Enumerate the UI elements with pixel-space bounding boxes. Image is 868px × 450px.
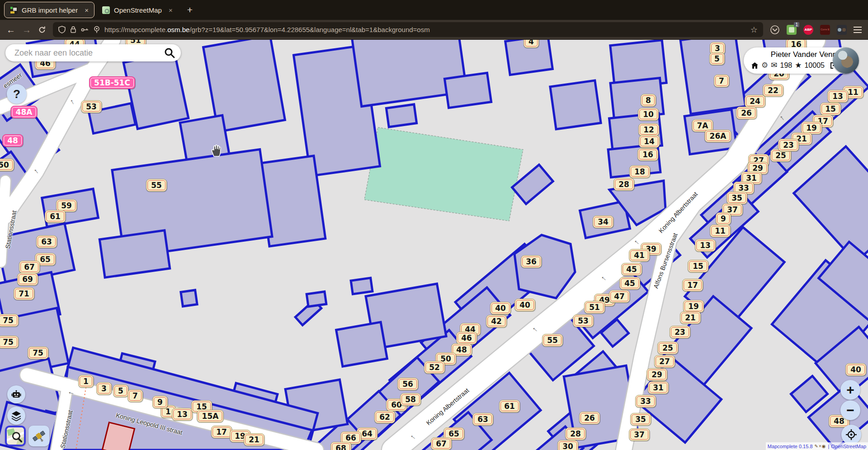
pocket-icon[interactable]: [770, 25, 780, 35]
house-number-badge[interactable]: 45: [619, 277, 640, 290]
house-number-badge[interactable]: 5: [709, 52, 725, 65]
zoom-out-button[interactable]: −: [840, 400, 860, 420]
house-number-badge[interactable]: 30: [557, 440, 578, 450]
consent-extension-icon[interactable]: Cons E: [820, 25, 830, 35]
close-tab-icon[interactable]: ×: [169, 6, 173, 14]
reload-button[interactable]: [38, 26, 46, 34]
house-number-badge[interactable]: 28: [565, 427, 586, 440]
house-number-badge[interactable]: 63: [472, 413, 493, 426]
attribution-icons[interactable]: ✎×◉: [815, 444, 826, 449]
bookmark-star-icon[interactable]: ☆: [750, 25, 758, 35]
house-number-badge[interactable]: 17: [211, 426, 232, 438]
close-tab-icon[interactable]: ×: [85, 6, 89, 14]
house-number-badge[interactable]: 46: [456, 332, 477, 344]
extension-icon[interactable]: 1: [787, 25, 797, 35]
house-number-badge[interactable]: 68: [330, 442, 351, 450]
settings-gear-icon[interactable]: ⚙: [761, 61, 768, 70]
menu-hamburger-icon[interactable]: [854, 27, 862, 33]
house-number-badge[interactable]: 27: [654, 355, 675, 368]
house-number-badge[interactable]: 7: [714, 75, 729, 87]
home-icon[interactable]: [751, 62, 759, 69]
messages-envelope-icon[interactable]: ✉: [771, 61, 777, 70]
house-number-badge[interactable]: 29: [646, 368, 667, 381]
house-number-badge[interactable]: 15: [820, 103, 841, 115]
house-number-badge[interactable]: 15A: [197, 410, 224, 422]
house-number-badge[interactable]: 23: [778, 139, 799, 151]
house-number-badge[interactable]: 13: [172, 408, 193, 421]
user-avatar[interactable]: [833, 47, 859, 74]
house-number-badge[interactable]: 61: [45, 210, 66, 223]
house-number-badge[interactable]: 40: [514, 299, 535, 311]
layers-button[interactable]: [7, 407, 25, 425]
adblock-icon[interactable]: ABP: [803, 25, 813, 35]
house-number-badge[interactable]: 3: [96, 382, 112, 395]
house-number-badge[interactable]: 71: [14, 287, 34, 300]
house-number-badge[interactable]: 13: [695, 239, 716, 252]
house-number-badge[interactable]: 16: [637, 148, 658, 161]
house-number-badge[interactable]: 26: [579, 412, 600, 424]
house-number-badge[interactable]: 34: [593, 216, 613, 228]
new-tab-button[interactable]: +: [187, 5, 193, 14]
house-number-badge[interactable]: 63: [36, 235, 57, 248]
back-button[interactable]: ←: [6, 25, 15, 34]
help-button[interactable]: ?: [7, 84, 27, 104]
house-number-badge[interactable]: 55: [146, 179, 167, 192]
house-number-badge[interactable]: 75: [0, 336, 19, 348]
house-number-badge[interactable]: 42: [486, 315, 507, 328]
house-number-badge[interactable]: 35: [630, 413, 651, 426]
background-osm-button[interactable]: [5, 426, 26, 446]
container-extension-icon[interactable]: [837, 25, 847, 35]
house-number-badge[interactable]: 19: [683, 300, 704, 313]
house-number-badge[interactable]: 22: [763, 84, 783, 97]
house-number-badge[interactable]: 25: [657, 342, 678, 354]
house-number-badge[interactable]: 67: [19, 261, 40, 273]
background-aerial-button[interactable]: [28, 426, 49, 446]
house-number-badge[interactable]: 24: [745, 95, 765, 108]
geolocate-button[interactable]: [841, 425, 861, 445]
house-number-badge[interactable]: 50: [0, 159, 14, 171]
forward-button[interactable]: →: [22, 25, 31, 34]
location-search[interactable]: [5, 44, 181, 61]
house-number-badge[interactable]: 17: [682, 279, 703, 291]
house-number-badge[interactable]: 51: [584, 301, 605, 314]
house-number-badge[interactable]: 7: [127, 389, 143, 402]
house-number-badge[interactable]: 53: [81, 100, 102, 113]
house-number-badge[interactable]: 15: [688, 260, 708, 272]
house-number-badge[interactable]: 48: [2, 134, 23, 147]
map-canvas[interactable]: ←←←←←←←←←StationsstraatesmeerKoning Leop…: [0, 0, 868, 450]
house-number-badge[interactable]: 28: [613, 178, 634, 191]
house-number-badge[interactable]: 52: [424, 361, 445, 374]
url-bar[interactable]: https://mapcomplete.osm.be/grb?z=19&lat=…: [53, 22, 763, 37]
permissions-icon[interactable]: [81, 27, 89, 33]
house-number-badge[interactable]: 53: [573, 314, 594, 327]
house-number-badge[interactable]: 10: [638, 108, 659, 121]
house-number-badge[interactable]: 26: [736, 107, 757, 119]
house-number-badge[interactable]: 62: [374, 411, 395, 423]
house-number-badge[interactable]: 26A: [705, 130, 731, 142]
house-number-badge[interactable]: 23: [670, 326, 690, 338]
house-number-badge[interactable]: 35: [726, 192, 747, 204]
automaton-button[interactable]: [7, 385, 25, 403]
openstreetmap-link[interactable]: OpenStreetMap: [831, 444, 866, 449]
house-number-badge[interactable]: 5: [113, 384, 128, 397]
tab-openstreetmap[interactable]: OpenStreetMap ×: [97, 2, 178, 18]
lock-icon[interactable]: [70, 26, 76, 33]
house-number-badge[interactable]: 45: [621, 263, 642, 276]
house-number-badge[interactable]: 69: [17, 273, 38, 286]
house-number-badge[interactable]: 48A: [11, 106, 38, 118]
house-number-badge[interactable]: 31: [648, 381, 669, 394]
url-text[interactable]: https://mapcomplete.osm.be/grb?z=19&lat=…: [104, 26, 746, 33]
house-number-badge[interactable]: 21: [680, 311, 701, 324]
house-number-badge[interactable]: 41: [629, 249, 650, 262]
location-pin-icon[interactable]: [94, 26, 100, 33]
search-input[interactable]: [14, 48, 164, 58]
house-number-badge[interactable]: 13: [827, 90, 848, 103]
house-number-badge[interactable]: 9: [152, 396, 168, 408]
house-number-badge[interactable]: 8: [641, 94, 656, 107]
house-number-badge[interactable]: 18: [629, 165, 650, 178]
mapcomplete-version-link[interactable]: Mapcomplete 0.15.8: [768, 444, 813, 449]
house-number-badge[interactable]: 75: [28, 347, 48, 359]
house-number-badge[interactable]: 47: [609, 290, 630, 303]
house-number-badge[interactable]: 36: [521, 255, 542, 268]
house-number-badge[interactable]: 75: [0, 314, 19, 327]
